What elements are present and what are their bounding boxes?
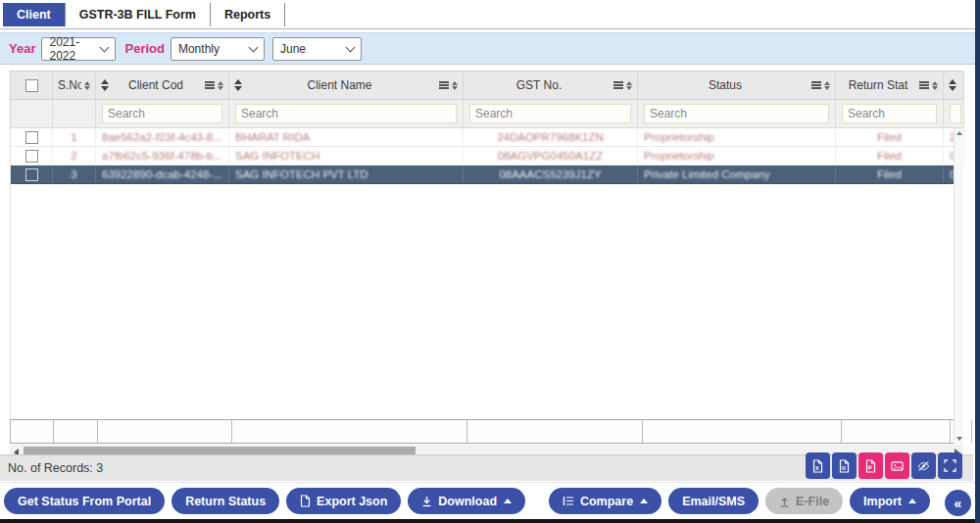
export-image-button[interactable] (885, 452, 909, 479)
caret-up-icon (908, 499, 916, 503)
sort-icon[interactable] (218, 81, 223, 90)
footer-left-group: Get Status From Portal Return Status Exp… (4, 488, 525, 514)
col-header-gst-no[interactable]: GST No. (464, 71, 638, 99)
fullscreen-button[interactable] (938, 452, 962, 479)
column-menu-icon[interactable] (613, 81, 623, 89)
sort-toggle-icon[interactable] (949, 79, 956, 91)
export-json-button[interactable]: Export Json (286, 488, 401, 514)
right-edge-panel (975, 0, 980, 523)
export-pdf-button[interactable] (858, 452, 883, 479)
search-status-input[interactable] (644, 104, 829, 123)
search-gst-no-input[interactable] (469, 104, 631, 123)
download-icon (421, 496, 432, 507)
search-return-status-input[interactable] (842, 104, 937, 123)
import-button[interactable]: Import (850, 488, 930, 514)
col-label-gst-no: GST No. (468, 78, 610, 92)
sort-icon[interactable] (932, 81, 938, 90)
upload-icon (779, 496, 790, 507)
records-count-text: No. of Records: 3 (8, 461, 103, 475)
chevron-down-icon (100, 42, 110, 52)
cell-client-name: SAG INFOTECH (235, 150, 319, 162)
button-label: Get Status From Portal (18, 495, 151, 508)
e-file-button[interactable]: E-File (765, 488, 843, 514)
cell-gst-no: 24DAOPR7968K1ZN (497, 131, 604, 143)
excel-file-icon (811, 459, 824, 473)
column-menu-icon[interactable] (439, 81, 449, 89)
cell-gst-no: 08AGVPG0450A1ZZ (498, 150, 603, 162)
month-select-value: June (280, 42, 306, 56)
scroll-down-icon[interactable] (956, 437, 962, 441)
return-status-button[interactable]: Return Status (172, 488, 279, 514)
fullscreen-icon (944, 459, 956, 472)
year-select[interactable]: 2021-2022 (41, 37, 116, 61)
sort-icon[interactable] (824, 81, 830, 90)
filter-cell (229, 100, 464, 127)
download-button[interactable]: Download (408, 488, 525, 514)
sort-icon[interactable] (626, 81, 632, 90)
search-client-code-input[interactable] (102, 104, 222, 123)
select-all-checkbox[interactable] (25, 79, 38, 92)
column-menu-icon[interactable] (811, 81, 821, 89)
button-label: Download (438, 495, 497, 508)
table-row-selected[interactable]: 3 63922890-dcab-4248-... SAG INFOTECH PV… (11, 166, 963, 184)
cell-sno: 3 (71, 168, 76, 180)
col-header-partial[interactable] (944, 71, 964, 99)
tab-bar: Client GSTR-3B FILL Form Reports (0, 2, 975, 29)
sort-icon[interactable] (452, 81, 458, 90)
cell-sno: 2 (71, 150, 76, 162)
grid-filter-row (10, 100, 963, 128)
filter-bar: Year 2021-2022 Period Monthly June (0, 32, 975, 65)
cell-gst-no: 08AAACS5239J1ZY (499, 168, 601, 180)
cell-status: Proprietorship (644, 131, 714, 143)
search-client-name-input[interactable] (235, 104, 457, 123)
cell-client-code: a7fb62c5-936f-478b-b... (102, 150, 222, 162)
caret-up-icon (640, 499, 648, 503)
sort-icon[interactable] (84, 81, 90, 90)
export-excel-button[interactable] (806, 452, 830, 479)
button-label: Export Json (317, 495, 387, 508)
filter-cell (96, 100, 229, 127)
grid-header-row: S.No. Client Cod Client Name GST No. (10, 71, 963, 100)
period-select-value: Monthly (178, 42, 220, 56)
cell-status: Proprietorship (644, 150, 714, 162)
bottom-bar (0, 519, 975, 523)
sort-toggle-icon[interactable] (234, 79, 242, 91)
cell-client-code: 63922890-dcab-4248-... (102, 168, 222, 180)
row-checkbox-cell (11, 147, 53, 165)
sort-toggle-icon[interactable] (101, 79, 109, 91)
email-sms-button[interactable]: Email/SMS (668, 488, 759, 514)
month-select[interactable]: June (272, 37, 362, 61)
search-partial-input[interactable] (950, 104, 961, 123)
table-row[interactable]: 2 a7fb62c5-936f-478b-b... SAG INFOTECH 0… (11, 147, 963, 166)
get-status-from-portal-button[interactable]: Get Status From Portal (4, 488, 165, 514)
period-select[interactable]: Monthly (171, 37, 265, 61)
col-header-return-status[interactable]: Return Stat (836, 71, 944, 99)
button-label: E-File (796, 495, 829, 508)
compare-button[interactable]: Compare (549, 488, 662, 514)
col-header-sno[interactable]: S.No. (53, 71, 96, 99)
gst-client-page: Client GSTR-3B FILL Form Reports Year 20… (0, 0, 980, 523)
column-menu-icon[interactable] (919, 81, 929, 89)
col-header-client-name[interactable]: Client Name (229, 71, 464, 99)
compare-list-icon (563, 496, 574, 506)
row-checkbox[interactable] (25, 131, 38, 144)
tab-gstr3b-fill-form[interactable]: GSTR-3B FILL Form (66, 3, 210, 26)
row-checkbox[interactable] (25, 168, 38, 181)
column-menu-icon[interactable] (205, 81, 215, 89)
vertical-scrollbar[interactable] (954, 128, 963, 444)
tab-client[interactable]: Client (3, 3, 65, 26)
year-label: Year (9, 41, 35, 56)
cell-return-status: Filed (877, 131, 902, 143)
table-row[interactable]: 1 8ae562a2-f23f-4c43-8... BHARAT RIDA 24… (11, 128, 963, 147)
row-checkbox[interactable] (25, 150, 38, 163)
hide-columns-button[interactable] (911, 452, 936, 479)
col-header-client-code[interactable]: Client Cod (96, 71, 229, 99)
tab-reports[interactable]: Reports (211, 3, 284, 26)
scroll-up-icon[interactable] (956, 131, 962, 135)
export-csv-button[interactable] (832, 452, 857, 479)
cell-status: Private Limited Company (644, 168, 769, 180)
col-header-status[interactable]: Status (638, 71, 836, 99)
row-checkbox-cell (11, 128, 53, 146)
collapse-panel-button[interactable]: « (945, 490, 971, 516)
footer-right-group: Compare Email/SMS E-File Import (549, 488, 930, 514)
